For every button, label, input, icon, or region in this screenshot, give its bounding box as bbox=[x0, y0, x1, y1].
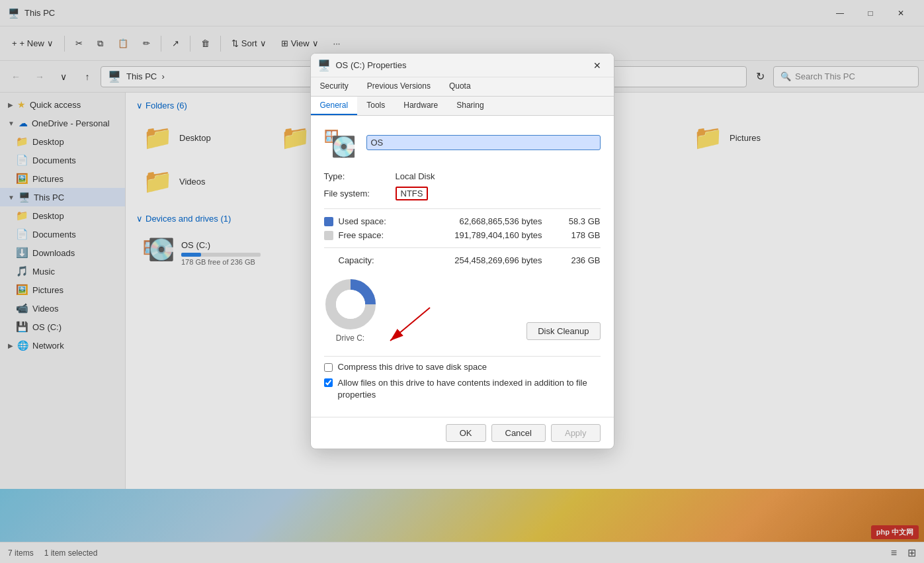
type-label: Type: bbox=[324, 171, 390, 181]
tab-label: Previous Versions bbox=[367, 81, 431, 91]
dialog-title-bar: 🖥️ OS (C:) Properties ✕ bbox=[311, 54, 614, 77]
used-gb: 58.3 GB bbox=[561, 216, 601, 226]
dialog-title-text: OS (C:) Properties bbox=[336, 60, 582, 70]
filesystem-label: File system: bbox=[324, 189, 390, 198]
dialog-footer: OK Cancel Apply bbox=[311, 417, 614, 449]
index-label: Allow files on this drive to have conten… bbox=[338, 377, 601, 401]
dialog-filesystem-row: File system: NTFS bbox=[324, 184, 601, 203]
tab-label: Tools bbox=[366, 101, 385, 110]
dialog-title-icon: 🖥️ bbox=[317, 59, 331, 71]
svg-point-2 bbox=[336, 290, 365, 319]
capacity-swatch bbox=[324, 256, 333, 265]
dialog-free-row: Free space: 191,789,404,160 bytes 178 GB bbox=[324, 228, 601, 242]
dialog-tab-security[interactable]: Security bbox=[311, 77, 358, 96]
tab-label: Security bbox=[320, 81, 349, 91]
disk-chart-wrapper: Drive C: bbox=[324, 278, 377, 348]
cancel-button[interactable]: Cancel bbox=[491, 424, 546, 442]
used-label: Used space: bbox=[339, 216, 405, 226]
tab-label: Hardware bbox=[403, 101, 438, 110]
dialog-tab-hardware[interactable]: Hardware bbox=[394, 97, 447, 115]
dialog-drive-header: 🪟 💽 bbox=[324, 126, 601, 158]
dialog-type-row: Type: Local Disk bbox=[324, 169, 601, 184]
dialog-used-row: Used space: 62,668,865,536 bytes 58.3 GB bbox=[324, 214, 601, 228]
compress-checkbox-row: Compress this drive to save disk space bbox=[324, 362, 601, 372]
drive-c-label: Drive C: bbox=[324, 333, 377, 343]
tab-label: Quota bbox=[449, 81, 471, 91]
capacity-gb: 236 GB bbox=[561, 255, 601, 265]
compress-label: Compress this drive to save disk space bbox=[338, 362, 487, 372]
dialog-tab-quota[interactable]: Quota bbox=[440, 77, 480, 96]
index-checkbox-row: Allow files on this drive to have conten… bbox=[324, 377, 601, 401]
dialog-drive-icon-container: 🪟 💽 bbox=[324, 126, 356, 158]
dialog-tab-previous-versions[interactable]: Previous Versions bbox=[358, 77, 440, 96]
disk-donut-chart bbox=[324, 278, 377, 331]
filesystem-value: NTFS bbox=[396, 187, 429, 200]
free-gb: 178 GB bbox=[561, 230, 601, 240]
capacity-bytes: 254,458,269,696 bytes bbox=[410, 255, 542, 265]
hdd-icon: 💽 bbox=[331, 135, 356, 158]
disk-chart-container: Drive C: Disk Cleanup bbox=[324, 267, 601, 351]
properties-dialog: 🖥️ OS (C:) Properties ✕ Security Previou… bbox=[310, 53, 614, 449]
drive-name-input[interactable] bbox=[366, 135, 601, 150]
free-color-swatch bbox=[324, 231, 333, 240]
dialog-close-button[interactable]: ✕ bbox=[587, 56, 607, 75]
free-bytes: 191,789,404,160 bytes bbox=[410, 230, 542, 240]
dialog-tab-sharing[interactable]: Sharing bbox=[447, 97, 493, 115]
used-bytes: 62,668,865,536 bytes bbox=[410, 216, 542, 226]
disk-cleanup-row: Disk Cleanup bbox=[526, 322, 600, 340]
dialog-overlay: 🖥️ OS (C:) Properties ✕ Security Previou… bbox=[0, 0, 924, 563]
dialog-divider-3 bbox=[324, 356, 601, 357]
used-color-swatch bbox=[324, 217, 333, 226]
apply-button: Apply bbox=[551, 424, 601, 442]
dialog-divider-2 bbox=[324, 247, 601, 248]
dialog-tabs-row2: General Tools Hardware Sharing bbox=[311, 97, 614, 116]
type-value: Local Disk bbox=[396, 171, 435, 181]
disk-cleanup-button[interactable]: Disk Cleanup bbox=[526, 322, 600, 340]
dialog-divider-1 bbox=[324, 208, 601, 209]
ok-button[interactable]: OK bbox=[446, 424, 486, 442]
tab-label: General bbox=[320, 101, 349, 110]
dialog-capacity-row: Capacity: 254,458,269,696 bytes 236 GB bbox=[324, 253, 601, 267]
tab-label: Sharing bbox=[456, 101, 483, 110]
compress-checkbox[interactable] bbox=[324, 363, 333, 372]
dialog-tab-general[interactable]: General bbox=[311, 97, 358, 115]
index-checkbox[interactable] bbox=[324, 378, 333, 387]
dialog-tabs: Security Previous Versions Quota bbox=[311, 77, 614, 97]
capacity-label: Capacity: bbox=[339, 255, 405, 265]
dialog-body: 🪟 💽 Type: Local Disk File system: NTFS U… bbox=[311, 116, 614, 417]
dialog-tab-tools[interactable]: Tools bbox=[357, 97, 394, 115]
free-label: Free space: bbox=[339, 230, 405, 240]
